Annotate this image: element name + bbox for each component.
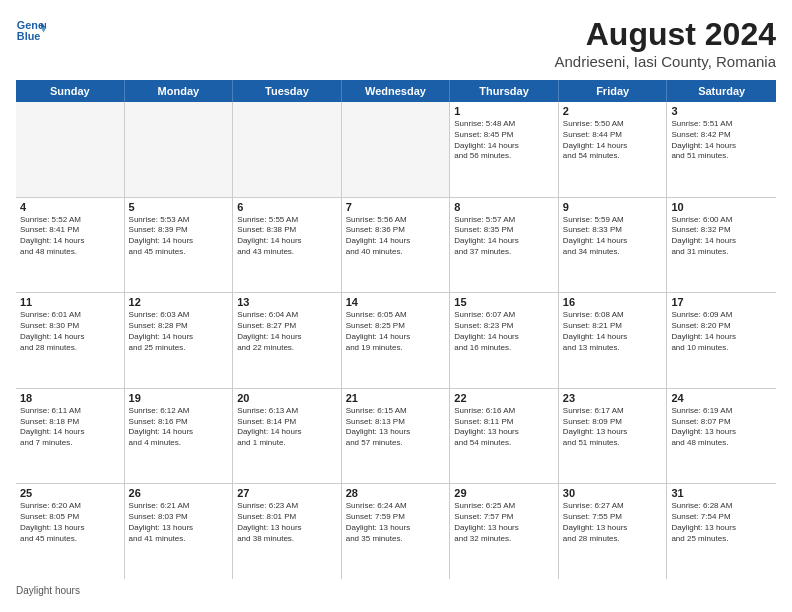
calendar-cell-w4-d7: 24Sunrise: 6:19 AM Sunset: 8:07 PM Dayli… <box>667 389 776 484</box>
footer: Daylight hours <box>16 585 776 596</box>
cell-info-text: Sunrise: 6:03 AM Sunset: 8:28 PM Dayligh… <box>129 310 229 353</box>
cell-day-number: 23 <box>563 392 663 404</box>
col-header-tuesday: Tuesday <box>233 80 342 102</box>
calendar-cell-w1-d4 <box>342 102 451 197</box>
calendar-cell-w1-d7: 3Sunrise: 5:51 AM Sunset: 8:42 PM Daylig… <box>667 102 776 197</box>
cell-day-number: 25 <box>20 487 120 499</box>
cell-day-number: 21 <box>346 392 446 404</box>
cell-info-text: Sunrise: 6:23 AM Sunset: 8:01 PM Dayligh… <box>237 501 337 544</box>
title-block: August 2024 Andrieseni, Iasi County, Rom… <box>555 16 777 70</box>
cell-info-text: Sunrise: 5:50 AM Sunset: 8:44 PM Dayligh… <box>563 119 663 162</box>
logo-icon: General Blue <box>16 16 46 46</box>
cell-info-text: Sunrise: 5:57 AM Sunset: 8:35 PM Dayligh… <box>454 215 554 258</box>
calendar-cell-w4-d3: 20Sunrise: 6:13 AM Sunset: 8:14 PM Dayli… <box>233 389 342 484</box>
cell-day-number: 24 <box>671 392 772 404</box>
calendar-body: 1Sunrise: 5:48 AM Sunset: 8:45 PM Daylig… <box>16 102 776 579</box>
calendar-cell-w3-d4: 14Sunrise: 6:05 AM Sunset: 8:25 PM Dayli… <box>342 293 451 388</box>
page: General Blue August 2024 Andrieseni, Ias… <box>0 0 792 612</box>
cell-info-text: Sunrise: 6:00 AM Sunset: 8:32 PM Dayligh… <box>671 215 772 258</box>
cell-info-text: Sunrise: 6:28 AM Sunset: 7:54 PM Dayligh… <box>671 501 772 544</box>
calendar-cell-w1-d5: 1Sunrise: 5:48 AM Sunset: 8:45 PM Daylig… <box>450 102 559 197</box>
cell-day-number: 2 <box>563 105 663 117</box>
calendar-cell-w2-d4: 7Sunrise: 5:56 AM Sunset: 8:36 PM Daylig… <box>342 198 451 293</box>
cell-day-number: 17 <box>671 296 772 308</box>
calendar-cell-w5-d7: 31Sunrise: 6:28 AM Sunset: 7:54 PM Dayli… <box>667 484 776 579</box>
calendar-cell-w3-d5: 15Sunrise: 6:07 AM Sunset: 8:23 PM Dayli… <box>450 293 559 388</box>
calendar-cell-w3-d1: 11Sunrise: 6:01 AM Sunset: 8:30 PM Dayli… <box>16 293 125 388</box>
calendar-cell-w5-d6: 30Sunrise: 6:27 AM Sunset: 7:55 PM Dayli… <box>559 484 668 579</box>
calendar-cell-w1-d1 <box>16 102 125 197</box>
cell-day-number: 4 <box>20 201 120 213</box>
cell-day-number: 8 <box>454 201 554 213</box>
cell-day-number: 31 <box>671 487 772 499</box>
cell-info-text: Sunrise: 6:04 AM Sunset: 8:27 PM Dayligh… <box>237 310 337 353</box>
col-header-friday: Friday <box>559 80 668 102</box>
cell-info-text: Sunrise: 6:20 AM Sunset: 8:05 PM Dayligh… <box>20 501 120 544</box>
cell-day-number: 20 <box>237 392 337 404</box>
logo: General Blue <box>16 16 46 46</box>
cell-day-number: 10 <box>671 201 772 213</box>
cell-day-number: 16 <box>563 296 663 308</box>
calendar-cell-w4-d4: 21Sunrise: 6:15 AM Sunset: 8:13 PM Dayli… <box>342 389 451 484</box>
svg-text:Blue: Blue <box>17 30 40 42</box>
cell-info-text: Sunrise: 6:01 AM Sunset: 8:30 PM Dayligh… <box>20 310 120 353</box>
calendar-cell-w3-d2: 12Sunrise: 6:03 AM Sunset: 8:28 PM Dayli… <box>125 293 234 388</box>
col-header-thursday: Thursday <box>450 80 559 102</box>
cell-info-text: Sunrise: 6:21 AM Sunset: 8:03 PM Dayligh… <box>129 501 229 544</box>
cell-info-text: Sunrise: 6:15 AM Sunset: 8:13 PM Dayligh… <box>346 406 446 449</box>
cell-day-number: 14 <box>346 296 446 308</box>
cell-info-text: Sunrise: 6:16 AM Sunset: 8:11 PM Dayligh… <box>454 406 554 449</box>
calendar-cell-w2-d6: 9Sunrise: 5:59 AM Sunset: 8:33 PM Daylig… <box>559 198 668 293</box>
subtitle: Andrieseni, Iasi County, Romania <box>555 53 777 70</box>
calendar-cell-w1-d2 <box>125 102 234 197</box>
cell-info-text: Sunrise: 5:56 AM Sunset: 8:36 PM Dayligh… <box>346 215 446 258</box>
calendar-cell-w5-d4: 28Sunrise: 6:24 AM Sunset: 7:59 PM Dayli… <box>342 484 451 579</box>
cell-day-number: 12 <box>129 296 229 308</box>
cell-day-number: 26 <box>129 487 229 499</box>
col-header-saturday: Saturday <box>667 80 776 102</box>
calendar-row-4: 18Sunrise: 6:11 AM Sunset: 8:18 PM Dayli… <box>16 389 776 485</box>
calendar-header: SundayMondayTuesdayWednesdayThursdayFrid… <box>16 80 776 102</box>
calendar: SundayMondayTuesdayWednesdayThursdayFrid… <box>16 80 776 579</box>
calendar-cell-w2-d5: 8Sunrise: 5:57 AM Sunset: 8:35 PM Daylig… <box>450 198 559 293</box>
cell-day-number: 22 <box>454 392 554 404</box>
cell-day-number: 30 <box>563 487 663 499</box>
cell-info-text: Sunrise: 6:17 AM Sunset: 8:09 PM Dayligh… <box>563 406 663 449</box>
cell-info-text: Sunrise: 5:48 AM Sunset: 8:45 PM Dayligh… <box>454 119 554 162</box>
calendar-cell-w4-d6: 23Sunrise: 6:17 AM Sunset: 8:09 PM Dayli… <box>559 389 668 484</box>
calendar-cell-w1-d6: 2Sunrise: 5:50 AM Sunset: 8:44 PM Daylig… <box>559 102 668 197</box>
cell-day-number: 19 <box>129 392 229 404</box>
cell-day-number: 29 <box>454 487 554 499</box>
main-title: August 2024 <box>555 16 777 53</box>
cell-day-number: 15 <box>454 296 554 308</box>
col-header-sunday: Sunday <box>16 80 125 102</box>
calendar-cell-w3-d6: 16Sunrise: 6:08 AM Sunset: 8:21 PM Dayli… <box>559 293 668 388</box>
cell-day-number: 1 <box>454 105 554 117</box>
calendar-cell-w4-d5: 22Sunrise: 6:16 AM Sunset: 8:11 PM Dayli… <box>450 389 559 484</box>
cell-day-number: 28 <box>346 487 446 499</box>
cell-info-text: Sunrise: 6:09 AM Sunset: 8:20 PM Dayligh… <box>671 310 772 353</box>
calendar-cell-w5-d1: 25Sunrise: 6:20 AM Sunset: 8:05 PM Dayli… <box>16 484 125 579</box>
footer-text: Daylight hours <box>16 585 80 596</box>
calendar-row-3: 11Sunrise: 6:01 AM Sunset: 8:30 PM Dayli… <box>16 293 776 389</box>
cell-info-text: Sunrise: 6:24 AM Sunset: 7:59 PM Dayligh… <box>346 501 446 544</box>
cell-day-number: 27 <box>237 487 337 499</box>
cell-info-text: Sunrise: 6:19 AM Sunset: 8:07 PM Dayligh… <box>671 406 772 449</box>
calendar-cell-w2-d1: 4Sunrise: 5:52 AM Sunset: 8:41 PM Daylig… <box>16 198 125 293</box>
cell-info-text: Sunrise: 5:55 AM Sunset: 8:38 PM Dayligh… <box>237 215 337 258</box>
cell-info-text: Sunrise: 6:07 AM Sunset: 8:23 PM Dayligh… <box>454 310 554 353</box>
calendar-row-1: 1Sunrise: 5:48 AM Sunset: 8:45 PM Daylig… <box>16 102 776 198</box>
col-header-monday: Monday <box>125 80 234 102</box>
calendar-cell-w5-d2: 26Sunrise: 6:21 AM Sunset: 8:03 PM Dayli… <box>125 484 234 579</box>
cell-info-text: Sunrise: 6:12 AM Sunset: 8:16 PM Dayligh… <box>129 406 229 449</box>
cell-info-text: Sunrise: 5:53 AM Sunset: 8:39 PM Dayligh… <box>129 215 229 258</box>
calendar-cell-w3-d3: 13Sunrise: 6:04 AM Sunset: 8:27 PM Dayli… <box>233 293 342 388</box>
calendar-cell-w3-d7: 17Sunrise: 6:09 AM Sunset: 8:20 PM Dayli… <box>667 293 776 388</box>
calendar-row-2: 4Sunrise: 5:52 AM Sunset: 8:41 PM Daylig… <box>16 198 776 294</box>
cell-day-number: 11 <box>20 296 120 308</box>
cell-day-number: 3 <box>671 105 772 117</box>
calendar-cell-w4-d2: 19Sunrise: 6:12 AM Sunset: 8:16 PM Dayli… <box>125 389 234 484</box>
cell-info-text: Sunrise: 5:52 AM Sunset: 8:41 PM Dayligh… <box>20 215 120 258</box>
calendar-cell-w2-d2: 5Sunrise: 5:53 AM Sunset: 8:39 PM Daylig… <box>125 198 234 293</box>
cell-info-text: Sunrise: 6:13 AM Sunset: 8:14 PM Dayligh… <box>237 406 337 449</box>
